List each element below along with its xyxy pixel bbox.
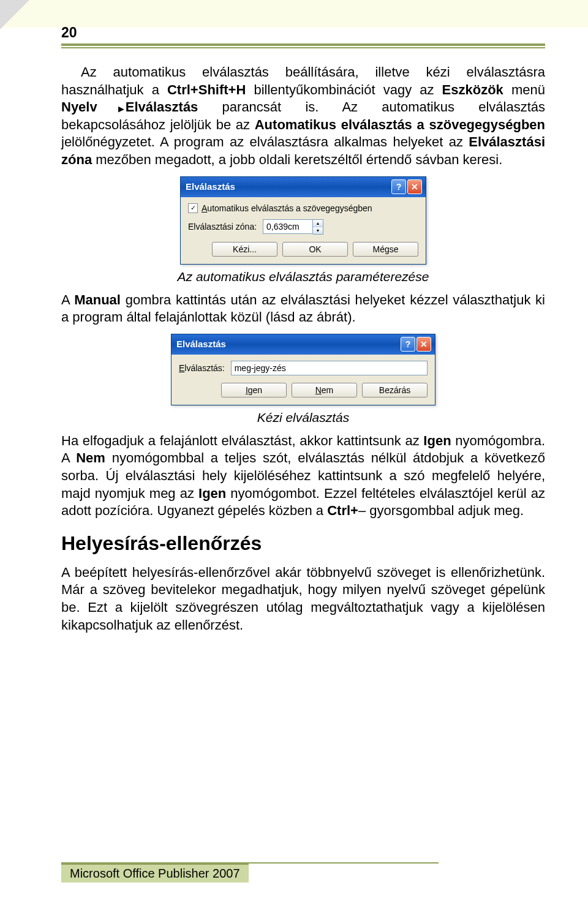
dialog-title: Elválasztás xyxy=(176,339,226,349)
hyphenate-label: Elválasztás: xyxy=(179,363,225,373)
dialog-title: Elválasztás xyxy=(186,181,235,192)
yes-button[interactable]: Igen xyxy=(221,383,287,397)
no-button[interactable]: Nem xyxy=(292,383,357,397)
footer-label: Microsoft Office Publisher 2007 xyxy=(61,864,249,883)
close-icon[interactable]: ✕ xyxy=(407,179,422,194)
heading-spellcheck: Helyesírás-ellenőrzés xyxy=(61,532,545,555)
caption-2: Kézi elválasztás xyxy=(61,410,545,425)
paragraph-2: A Manual gombra kattintás után az elvála… xyxy=(61,292,545,326)
help-icon[interactable]: ? xyxy=(401,337,415,352)
close-button[interactable]: Bezárás xyxy=(362,383,428,397)
hyphenate-value-input[interactable]: meg-jegy-zés xyxy=(231,361,428,375)
auto-hyphenation-checkbox[interactable]: ✓ xyxy=(188,203,198,213)
paragraph-1: Az automatikus elválasztás beállítására,… xyxy=(61,64,545,169)
cancel-button[interactable]: Mégse xyxy=(353,242,418,257)
menu-arrow-icon: ▶ xyxy=(99,104,124,115)
zone-value[interactable]: 0,639cm xyxy=(263,219,313,234)
help-icon[interactable]: ? xyxy=(391,179,406,194)
page-number: 20 xyxy=(61,24,545,41)
dialog-titlebar: Elválasztás ? ✕ xyxy=(181,177,426,197)
manual-hyphenation-dialog: Elválasztás ? ✕ Elválasztás: meg-jegy-zé… xyxy=(171,334,435,405)
spinner-down-icon[interactable]: ▼ xyxy=(313,227,323,234)
caption-1: Az automatikus elválasztás paraméterezés… xyxy=(61,269,545,284)
zone-label: Elválasztási zóna: xyxy=(188,222,257,231)
ok-button[interactable]: OK xyxy=(282,242,348,257)
hyphenation-dialog: Elválasztás ? ✕ ✓ Automatikus elválasztá… xyxy=(180,176,426,265)
dialog-titlebar: Elválasztás ? ✕ xyxy=(172,334,435,355)
close-icon[interactable]: ✕ xyxy=(417,337,431,352)
checkbox-label[interactable]: Automatikus elválasztás a szövegegységbe… xyxy=(202,203,372,213)
page-corner-fold xyxy=(0,0,29,29)
rule-thick xyxy=(61,43,545,46)
spinner-up-icon[interactable]: ▲ xyxy=(313,220,323,227)
hyphenation-zone-input[interactable]: 0,639cm ▲ ▼ xyxy=(263,219,323,235)
paragraph-3: Ha elfogadjuk a felajánlott elválasztást… xyxy=(61,432,545,520)
rule-thin xyxy=(61,47,545,48)
manual-button[interactable]: Kézi... xyxy=(212,242,277,257)
paragraph-4: A beépített helyesírás-ellenőrzővel akár… xyxy=(61,564,545,634)
